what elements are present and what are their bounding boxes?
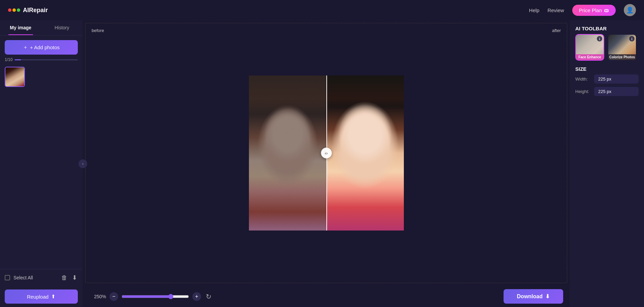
tab-my-image[interactable]: My image [0, 20, 41, 35]
sidebar-collapse-button[interactable]: ‹ [78, 159, 87, 168]
sidebar: My image History ＋ + Add photos 1/10 Sel… [0, 20, 83, 307]
width-row: Width: 225 px [575, 74, 639, 84]
logo-dot-green [17, 8, 20, 12]
tab-history[interactable]: History [41, 20, 83, 35]
thumbnail-grid [0, 65, 83, 269]
reset-zoom-button[interactable]: ↻ [206, 293, 212, 301]
plus-icon: + [195, 294, 198, 300]
height-label: Height: [575, 89, 591, 94]
after-image [326, 75, 404, 231]
download-arrow-icon: ⬇ [545, 293, 550, 300]
minus-icon: − [112, 294, 115, 300]
logo-dot-yellow [12, 8, 16, 12]
download-icon: ⬇ [72, 274, 77, 281]
logo-dot-red [8, 8, 11, 12]
face-enhance-info[interactable]: ℹ [597, 36, 602, 41]
tool-cards: ℹ Face Enhance ℹ Colorize Photos [575, 34, 639, 61]
ticket-icon: 🎟 [604, 7, 609, 13]
header: AIRepair Help Review Price Plan 🎟 👤 [0, 0, 644, 20]
select-all-label[interactable]: Select All [13, 275, 57, 280]
height-value: 225 px [594, 87, 639, 96]
add-photos-button[interactable]: ＋ + Add photos [5, 40, 78, 55]
count-bar [14, 59, 78, 60]
zoom-slider[interactable] [122, 294, 189, 299]
zoom-toolbar: 250% − + ↻ Download ⬇ [83, 286, 570, 307]
ai-toolbar-section: AI TOOLBAR ℹ Face Enhance ℹ Colorize Pho… [575, 26, 639, 61]
photo-count: 1/10 [5, 57, 78, 62]
after-label: after [552, 28, 561, 33]
chevron-left-icon: ‹ [82, 161, 84, 166]
photo-before [249, 75, 326, 231]
refresh-icon: ↻ [206, 293, 212, 300]
review-link[interactable]: Review [547, 7, 564, 13]
header-nav: Help Review Price Plan 🎟 👤 [529, 4, 636, 16]
app-title: AIRepair [23, 7, 48, 14]
colorize-info[interactable]: ℹ [629, 36, 635, 41]
before-label: before [92, 28, 104, 33]
zoom-value: 250% [89, 294, 106, 299]
right-panel: AI TOOLBAR ℹ Face Enhance ℹ Colorize Pho… [570, 20, 644, 307]
avatar[interactable]: 👤 [624, 4, 636, 16]
thumbnail-image [5, 67, 25, 87]
width-label: Width: [575, 76, 591, 82]
count-bar-fill [14, 59, 21, 60]
canvas-area: before after ‹› 250 [83, 20, 570, 307]
zoom-out-button[interactable]: − [109, 292, 118, 301]
trash-icon: 🗑 [61, 274, 67, 281]
plus-icon: ＋ [23, 44, 28, 51]
download-sidebar-button[interactable]: ⬇ [71, 273, 78, 282]
price-plan-button[interactable]: Price Plan 🎟 [572, 5, 616, 16]
thumbnail-item[interactable] [5, 67, 25, 87]
compare-handle[interactable]: ‹› [321, 148, 332, 158]
height-row: Height: 225 px [575, 87, 639, 96]
reupload-button[interactable]: Reupload ⬆ [5, 289, 78, 304]
before-image [249, 75, 326, 231]
upload-icon: ⬆ [51, 294, 56, 300]
sidebar-bottom: Select All 🗑 ⬇ [0, 269, 83, 286]
delete-button[interactable]: 🗑 [61, 274, 68, 282]
colorize-label: Colorize Photos [608, 54, 636, 60]
help-link[interactable]: Help [529, 7, 540, 13]
zoom-in-button[interactable]: + [192, 292, 201, 301]
canvas-container: before after ‹› [85, 23, 567, 283]
logo-dots [8, 8, 20, 12]
face-enhance-label: Face Enhance [576, 54, 604, 60]
colorize-card[interactable]: ℹ Colorize Photos [608, 34, 637, 61]
size-section: SIZE Width: 225 px Height: 225 px [575, 66, 639, 99]
sidebar-tabs: My image History [0, 20, 83, 35]
face-enhance-card[interactable]: ℹ Face Enhance [575, 34, 604, 61]
select-all-checkbox[interactable] [5, 275, 10, 280]
header-left: AIRepair [8, 7, 48, 14]
size-title: SIZE [575, 66, 639, 72]
photo-comparison: ‹› [249, 75, 404, 231]
download-button[interactable]: Download ⬇ [504, 289, 563, 304]
main-layout: My image History ＋ + Add photos 1/10 Sel… [0, 20, 644, 307]
toolbar-title: AI TOOLBAR [575, 26, 639, 31]
photo-after [326, 75, 404, 231]
arrows-icon: ‹› [325, 151, 328, 156]
width-value: 225 px [594, 74, 639, 84]
